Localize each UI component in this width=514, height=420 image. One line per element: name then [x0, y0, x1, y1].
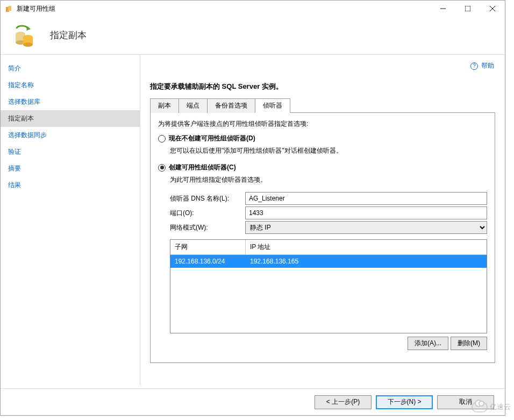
col-ip: IP 地址 [246, 240, 487, 254]
radio-create-listener[interactable] [158, 164, 166, 172]
tab-replicas[interactable]: 副本 [150, 98, 179, 113]
sidebar-item-name[interactable]: 指定名称 [1, 77, 140, 94]
sidebar-item-intro[interactable]: 简介 [1, 60, 140, 77]
port-input[interactable] [245, 207, 487, 219]
cell-ip: 192.168.136.165 [246, 255, 487, 268]
dns-name-input[interactable] [245, 192, 487, 205]
tab-endpoints[interactable]: 端点 [179, 98, 208, 113]
wizard-steps-sidebar: 简介 指定名称 选择数据库 指定副本 选择数据同步 验证 摘要 结果 [1, 55, 140, 386]
radio-create-listener-label: 创建可用性组侦听器(C) [169, 163, 236, 172]
watermark: 亿速云 [472, 402, 511, 412]
dns-label: 侦听器 DNS 名称(L): [170, 194, 245, 203]
add-ip-button[interactable]: 添加(A)... [408, 337, 448, 350]
next-button[interactable]: 下一步(N) > [376, 395, 433, 409]
titlebar: 新建可用性组 [1, 1, 505, 17]
network-mode-select[interactable]: 静态 IP [245, 221, 487, 234]
wizard-footer: < 上一步(P) 下一步(N) > 取消 [1, 388, 505, 415]
port-label: 端口(O): [170, 209, 245, 218]
window-title: 新建可用性组 [17, 4, 431, 13]
close-button[interactable] [480, 1, 505, 17]
radio-no-listener-label: 现在不创建可用性组侦听器(D) [169, 134, 255, 143]
help-icon: ? [470, 62, 478, 70]
svg-rect-1 [8, 6, 11, 11]
radio-create-listener-desc: 为此可用性组指定侦听器首选项。 [170, 175, 487, 184]
svg-rect-3 [465, 6, 470, 11]
tab-backup-prefs[interactable]: 备份首选项 [207, 98, 255, 113]
app-icon [5, 4, 13, 13]
sidebar-item-select-db[interactable]: 选择数据库 [1, 94, 140, 110]
sidebar-item-replicas[interactable]: 指定副本 [1, 110, 140, 127]
ip-address-table: 子网 IP 地址 192.168.136.0/24 192.168.136.16… [170, 239, 487, 333]
wizard-window: 新建可用性组 指定副本 简介 指定名称 选择数据库 [0, 0, 505, 416]
help-link-label: 帮助 [481, 61, 494, 70]
radio-no-listener-desc: 您可以在以后使用"添加可用性组侦听器"对话框创建侦听器。 [170, 146, 487, 155]
help-link[interactable]: ? 帮助 [470, 61, 494, 70]
page-title: 指定副本 [50, 29, 87, 41]
sidebar-item-sync[interactable]: 选择数据同步 [1, 127, 140, 144]
sidebar-item-result[interactable]: 结果 [1, 177, 140, 194]
tab-bar: 副本 端点 备份首选项 侦听器 [150, 98, 495, 113]
listener-instruction: 为将提供客户端连接点的可用性组侦听器指定首选项: [158, 119, 487, 129]
remove-ip-button[interactable]: 删除(M) [451, 337, 487, 350]
sidebar-item-validate[interactable]: 验证 [1, 144, 140, 160]
minimize-button[interactable] [431, 1, 455, 17]
maximize-button[interactable] [455, 1, 480, 17]
main-heading: 指定要承载辅助副本的 SQL Server 实例。 [150, 82, 495, 91]
netmode-label: 网络模式(W): [170, 223, 245, 232]
cell-subnet: 192.168.136.0/24 [170, 255, 246, 268]
cloud-icon [472, 402, 488, 412]
database-restore-icon [12, 23, 36, 47]
sidebar-item-summary[interactable]: 摘要 [1, 160, 140, 177]
tab-body-listener: 为将提供客户端连接点的可用性组侦听器指定首选项: 现在不创建可用性组侦听器(D)… [150, 113, 495, 363]
tab-listener[interactable]: 侦听器 [255, 98, 290, 113]
main-content: ? 帮助 指定要承载辅助副本的 SQL Server 实例。 副本 端点 备份首… [140, 55, 505, 386]
table-row[interactable]: 192.168.136.0/24 192.168.136.165 [170, 255, 487, 268]
svg-point-12 [23, 42, 33, 47]
header-section: 指定副本 [1, 17, 505, 55]
radio-no-listener[interactable] [158, 135, 166, 143]
prev-button[interactable]: < 上一步(P) [315, 395, 372, 409]
col-subnet: 子网 [170, 240, 246, 254]
